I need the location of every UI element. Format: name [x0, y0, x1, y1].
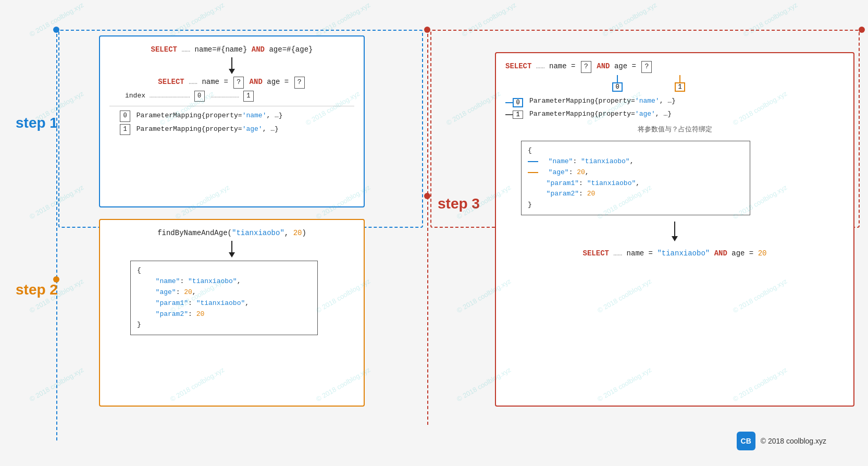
- copyright-section: CB © 2018 coolblog.xyz: [737, 432, 826, 450]
- step3-sql-final: SELECT …… name = "tianxiaobo" AND age = …: [505, 248, 844, 259]
- step3-label: step 3: [438, 195, 480, 212]
- step1-box: SELECT …… name=#{name} AND age=#{age} SE…: [99, 35, 365, 207]
- right-timeline: [427, 29, 428, 425]
- dot-step3: [424, 193, 430, 199]
- step3-idx0: 0: [612, 82, 623, 92]
- copyright-text: © 2018 coolblog.xyz: [761, 437, 826, 445]
- cb-icon: CB: [737, 432, 755, 450]
- left-timeline: [56, 29, 57, 440]
- step3-index-row: 0 1: [612, 75, 844, 92]
- step1-sql-original: SELECT …… name=#{name} AND age=#{age}: [109, 44, 354, 55]
- step2-box: findByNameAndAge("tianxiaobo", 20) { "na…: [99, 219, 365, 407]
- step2-param1-kv: "param1": "tianxiaobo",: [147, 298, 311, 309]
- step1-separator: [109, 106, 354, 106]
- step3-param-list: ParameterMapping{property='name', …} Par…: [529, 96, 676, 120]
- step2-age-kv: "age": 20,: [147, 287, 311, 298]
- step3-obj-open: {: [528, 145, 743, 156]
- step1-param0-row: 0 ParameterMapping{property='name', …}: [120, 111, 354, 121]
- step3-left-idx: 0 1: [505, 98, 525, 119]
- step3-bind-label: 将参数值与？占位符绑定: [505, 125, 844, 136]
- step1-label: step 1: [16, 115, 58, 131]
- step2-obj-close: }: [137, 320, 311, 330]
- step2-arrow1: [109, 241, 354, 257]
- step2-obj-open: {: [137, 265, 311, 276]
- step3-object-box: { "name": "tianxiaobo", "age": 20, "para…: [521, 141, 750, 215]
- step3-left-idx1: 1: [513, 111, 523, 119]
- step3-age-row: "age": 20,: [528, 167, 743, 178]
- step2-object-box: { "name": "tianxiaobo", "age": 20, "para…: [130, 261, 318, 335]
- dot-step3-top: [424, 27, 430, 33]
- step1-sql-replaced: SELECT …… name = ? AND age = ?: [109, 76, 354, 89]
- step2-name-kv: "name": "tianxiaobo",: [147, 276, 311, 287]
- step2-method-call: findByNameAndAge("tianxiaobo", 20): [109, 227, 354, 239]
- step1-index-line: index ………………………… 0 ………………… 1: [125, 91, 354, 102]
- step3-param0: ParameterMapping{property='name', …}: [529, 96, 676, 107]
- page-container: © 2018 coolblog.xyz © 2018 coolblog.xyz …: [0, 0, 868, 466]
- step1-arrow1: [109, 57, 354, 74]
- step3-name-row: "name": "tianxiaobo",: [528, 156, 743, 167]
- step3-left-idx0: 0: [513, 98, 523, 107]
- step3-arrow-final: [505, 222, 844, 241]
- step3-obj-close: }: [528, 200, 743, 211]
- step3-sql-placeholder: SELECT …… name = ? AND age = ?: [505, 60, 844, 73]
- step3-param1-kv: "param1": "tianxiaobo",: [538, 178, 743, 189]
- step3-param-rows: 0 1 ParameterMapping{property='name', …}…: [505, 96, 844, 120]
- step1-param1-row: 1 ParameterMapping{property='age', …}: [120, 124, 354, 135]
- step2-param2-kv: "param2": 20: [147, 309, 311, 320]
- step3-param2-kv: "param2": 20: [538, 189, 743, 200]
- step3-param1: ParameterMapping{property='age', …}: [529, 109, 676, 120]
- step2-label: step 2: [16, 281, 58, 298]
- step3-idx1: 1: [675, 82, 685, 92]
- step3-box: SELECT …… name = ? AND age = ? 0 1 0: [495, 52, 854, 407]
